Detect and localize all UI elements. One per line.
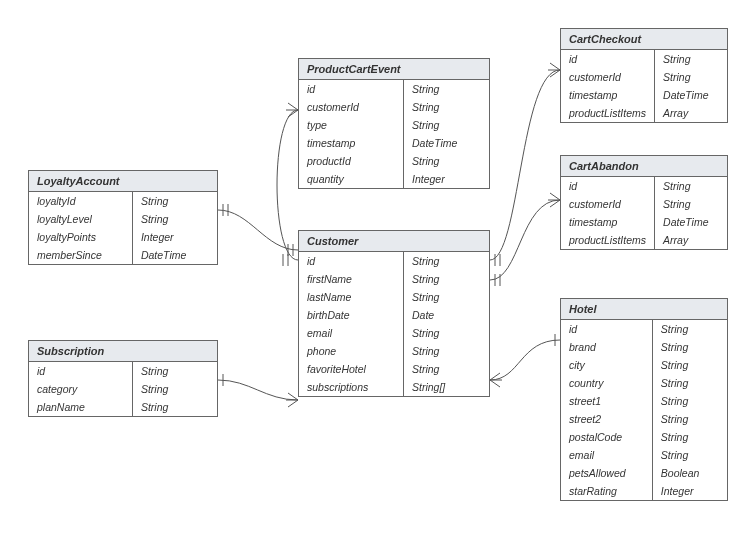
svg-line-16 [550, 70, 560, 77]
table-row: phoneString [299, 342, 489, 360]
table-row: timestampDateTime [561, 86, 727, 104]
table-row: idString [29, 362, 217, 380]
entity-title: LoyaltyAccount [29, 171, 217, 192]
entity-fields: idString firstNameString lastNameString … [299, 252, 489, 396]
table-row: planNameString [29, 398, 217, 416]
svg-line-9 [288, 110, 298, 117]
table-row: favoriteHotelString [299, 360, 489, 378]
table-row: street2String [561, 410, 727, 428]
table-row: idString [561, 177, 727, 195]
svg-line-21 [550, 200, 560, 207]
entity-fields: idString customerIdString timestampDateT… [561, 50, 727, 122]
table-row: emailString [561, 446, 727, 464]
svg-line-8 [288, 103, 298, 110]
table-row: subscriptionsString[] [299, 378, 489, 396]
table-row: productListItemsArray [561, 104, 727, 122]
table-row: birthDateDate [299, 306, 489, 324]
entity-title: Hotel [561, 299, 727, 320]
svg-line-24 [490, 380, 500, 387]
table-row: cityString [561, 356, 727, 374]
entity-fields: idString customerIdString timestampDateT… [561, 177, 727, 249]
table-row: starRatingInteger [561, 482, 727, 500]
svg-line-6 [288, 400, 298, 407]
table-row: customerIdString [299, 98, 489, 116]
table-row: timestampDateTime [299, 134, 489, 152]
svg-line-20 [550, 193, 560, 200]
entity-subscription: Subscription idString categoryString pla… [28, 340, 218, 417]
entity-product-cart-event: ProductCartEvent idString customerIdStri… [298, 58, 490, 189]
table-row: typeString [299, 116, 489, 134]
entity-title: Customer [299, 231, 489, 252]
table-row: lastNameString [299, 288, 489, 306]
entity-hotel: Hotel idString brandString cityString co… [560, 298, 728, 501]
table-row: memberSinceDateTime [29, 246, 217, 264]
entity-loyalty-account: LoyaltyAccount loyaltyIdString loyaltyLe… [28, 170, 218, 265]
entity-customer: Customer idString firstNameString lastNa… [298, 230, 490, 397]
table-row: idString [561, 50, 727, 68]
table-row: categoryString [29, 380, 217, 398]
table-row: loyaltyIdString [29, 192, 217, 210]
entity-fields: idString customerIdString typeString tim… [299, 80, 489, 188]
table-row: brandString [561, 338, 727, 356]
entity-title: Subscription [29, 341, 217, 362]
entity-cart-checkout: CartCheckout idString customerIdString t… [560, 28, 728, 123]
svg-line-15 [550, 63, 560, 70]
table-row: firstNameString [299, 270, 489, 288]
table-row: postalCodeString [561, 428, 727, 446]
entity-fields: loyaltyIdString loyaltyLevelString loyal… [29, 192, 217, 264]
er-diagram-canvas: LoyaltyAccount loyaltyIdString loyaltyLe… [0, 0, 750, 546]
table-row: idString [299, 80, 489, 98]
entity-title: CartAbandon [561, 156, 727, 177]
table-row: timestampDateTime [561, 213, 727, 231]
table-row: productListItemsArray [561, 231, 727, 249]
table-row: countryString [561, 374, 727, 392]
entity-fields: idString brandString cityString countryS… [561, 320, 727, 500]
svg-line-23 [490, 373, 500, 380]
table-row: customerIdString [561, 68, 727, 86]
table-row: petsAllowedBoolean [561, 464, 727, 482]
entity-cart-abandon: CartAbandon idString customerIdString ti… [560, 155, 728, 250]
table-row: productIdString [299, 152, 489, 170]
svg-line-5 [288, 393, 298, 400]
entity-title: ProductCartEvent [299, 59, 489, 80]
table-row: loyaltyPointsInteger [29, 228, 217, 246]
entity-fields: idString categoryString planNameString [29, 362, 217, 416]
table-row: loyaltyLevelString [29, 210, 217, 228]
table-row: street1String [561, 392, 727, 410]
table-row: quantityInteger [299, 170, 489, 188]
table-row: idString [299, 252, 489, 270]
table-row: customerIdString [561, 195, 727, 213]
entity-title: CartCheckout [561, 29, 727, 50]
table-row: idString [561, 320, 727, 338]
table-row: emailString [299, 324, 489, 342]
